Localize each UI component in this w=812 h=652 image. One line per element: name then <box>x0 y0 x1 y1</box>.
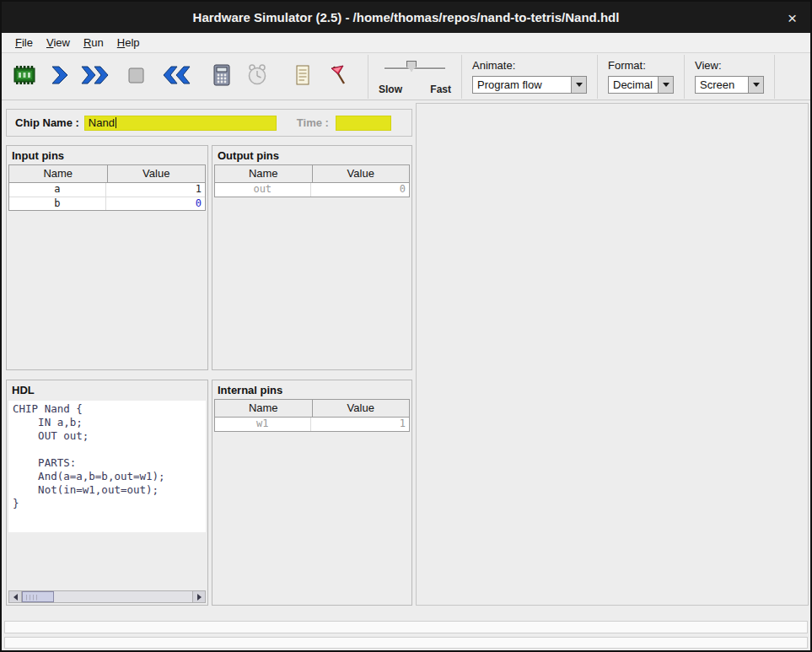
pin-name: a <box>9 183 106 197</box>
chevron-down-icon <box>663 83 669 87</box>
breakpoint-button[interactable] <box>322 59 354 94</box>
name-column-header: Name <box>215 400 313 417</box>
chip-icon <box>12 64 37 89</box>
output-pins-title: Output pins <box>212 146 411 164</box>
name-column-header: Name <box>215 165 313 182</box>
calculator-icon <box>212 63 232 89</box>
scrollbar-track[interactable] <box>22 591 192 602</box>
menu-file[interactable]: File <box>8 34 40 51</box>
input-pins-panel: Input pins Name Value a 1 b 0 <box>6 145 208 370</box>
time-field <box>336 116 391 131</box>
window-title: Hardware Simulator (2.5) - /home/thomas/… <box>193 10 620 24</box>
speed-slider[interactable] <box>384 60 445 73</box>
format-dropdown[interactable]: Decimal <box>608 76 674 94</box>
scroll-right-button[interactable] <box>192 591 205 602</box>
calculator-button[interactable] <box>206 59 238 94</box>
chevron-down-icon <box>576 83 583 87</box>
animate-value: Program flow <box>473 77 571 93</box>
table-row: out 0 <box>215 183 409 197</box>
value-column-header: Value <box>108 165 206 182</box>
input-pins-title: Input pins <box>7 146 207 164</box>
output-pins-table: Name Value out 0 <box>214 164 410 197</box>
close-icon[interactable]: × <box>788 9 797 25</box>
chip-name-bar: Chip Name : Nand Time : <box>6 109 412 137</box>
animate-label: Animate: <box>472 59 587 72</box>
value-column-header: Value <box>313 165 410 182</box>
table-row: w1 1 <box>215 418 409 431</box>
pin-value[interactable]: 0 <box>106 197 206 210</box>
script-icon <box>293 63 312 89</box>
pin-value[interactable]: 1 <box>106 183 206 197</box>
slider-fast-label: Fast <box>430 84 451 95</box>
pin-value: 1 <box>311 418 410 431</box>
text-caret <box>116 117 116 128</box>
slider-slow-label: Slow <box>379 84 402 95</box>
chip-name-input[interactable]: Nand <box>84 116 277 131</box>
time-label: Time : <box>297 116 329 129</box>
output-pins-panel: Output pins Name Value out 0 <box>212 145 412 370</box>
stop-icon <box>126 65 146 88</box>
hdl-panel: HDL CHIP Nand { IN a,b; OUT out; PARTS: … <box>6 380 208 606</box>
breakpoint-flag-icon <box>328 63 348 89</box>
view-value: Screen <box>696 77 748 93</box>
internal-pins-title: Internal pins <box>212 380 411 399</box>
title-bar: Hardware Simulator (2.5) - /home/thomas/… <box>2 2 810 33</box>
view-group: View: Screen <box>685 55 775 99</box>
format-group: Format: Decimal <box>598 55 685 99</box>
internal-pins-table: Name Value w1 1 <box>214 399 410 432</box>
reset-icon <box>161 64 191 89</box>
pin-name: w1 <box>215 418 311 431</box>
animate-dropdown[interactable]: Program flow <box>472 76 587 94</box>
arrow-left-icon <box>13 594 18 601</box>
animate-dropdown-button[interactable] <box>571 77 586 93</box>
internal-pins-panel: Internal pins Name Value w1 1 <box>212 380 412 606</box>
status-bar-bottom <box>4 637 808 649</box>
input-pins-table: Name Value a 1 b 0 <box>8 164 206 211</box>
name-column-header: Name <box>9 165 108 182</box>
scrollbar-thumb[interactable] <box>22 591 54 602</box>
run-button[interactable] <box>79 59 111 94</box>
clock-icon <box>246 63 268 89</box>
chip-name-label: Chip Name : <box>15 116 79 129</box>
clock-button[interactable] <box>241 59 273 94</box>
view-dropdown[interactable]: Screen <box>695 76 764 94</box>
single-step-icon <box>49 64 71 89</box>
format-dropdown-button[interactable] <box>658 77 673 93</box>
value-column-header: Value <box>313 400 410 417</box>
view-dropdown-button[interactable] <box>748 77 763 93</box>
menu-run[interactable]: Run <box>77 34 110 51</box>
scroll-left-button[interactable] <box>9 591 22 602</box>
load-chip-button[interactable] <box>8 59 40 94</box>
table-header: Name Value <box>9 165 205 183</box>
hdl-horizontal-scrollbar[interactable] <box>8 590 206 603</box>
hdl-code-view: CHIP Nand { IN a,b; OUT out; PARTS: And(… <box>8 401 206 532</box>
script-button[interactable] <box>287 59 319 94</box>
pin-name: b <box>9 197 106 210</box>
hdl-title: HDL <box>7 380 207 399</box>
table-header: Name Value <box>215 165 409 183</box>
reset-button[interactable] <box>160 59 192 94</box>
table-row: b 0 <box>9 197 205 210</box>
stop-button[interactable] <box>120 59 152 94</box>
slider-thumb[interactable] <box>406 61 417 72</box>
toolbar: Slow Fast Animate: Program flow Format: … <box>2 53 810 100</box>
menu-bar: File View Run Help <box>2 33 810 53</box>
view-label: View: <box>695 59 764 72</box>
pin-name: out <box>215 183 311 197</box>
run-icon <box>80 64 110 89</box>
format-label: Format: <box>608 59 674 72</box>
format-value: Decimal <box>609 77 658 93</box>
arrow-right-icon <box>197 594 202 601</box>
status-bar-top <box>4 621 808 633</box>
hardware-simulator-window: Hardware Simulator (2.5) - /home/thomas/… <box>0 0 812 652</box>
menu-help[interactable]: Help <box>110 34 147 51</box>
single-step-button[interactable] <box>44 59 76 94</box>
animate-group: Animate: Program flow <box>462 55 598 99</box>
table-header: Name Value <box>215 400 409 418</box>
chevron-down-icon <box>753 83 760 87</box>
screen-view-area <box>416 103 809 606</box>
menu-view[interactable]: View <box>40 34 77 51</box>
table-row: a 1 <box>9 183 205 197</box>
pin-value: 0 <box>311 183 410 197</box>
speed-slider-group: Slow Fast <box>368 55 462 99</box>
